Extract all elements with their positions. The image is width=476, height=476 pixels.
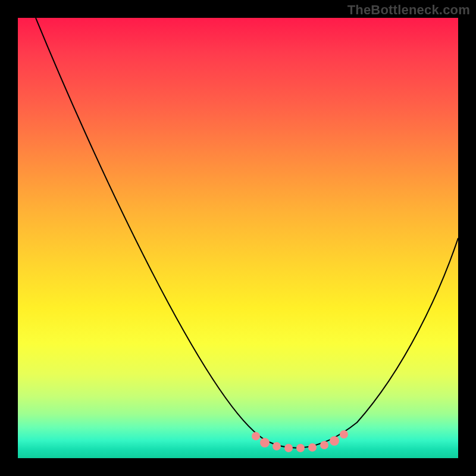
marker-dot [296,444,305,452]
plot-area [18,18,458,458]
watermark-text: TheBottleneck.com [347,2,470,18]
bottleneck-curve-line [36,18,458,448]
marker-dot [308,443,317,452]
marker-dot [273,442,281,450]
marker-dot [252,432,260,440]
marker-dot [260,438,270,447]
marker-dot [340,430,348,439]
bottleneck-chart [18,18,458,458]
marker-dot [320,441,328,449]
marker-dot [330,436,339,446]
marker-dot [284,444,293,452]
chart-frame: TheBottleneck.com [0,0,476,476]
optimal-range-markers [252,430,348,452]
